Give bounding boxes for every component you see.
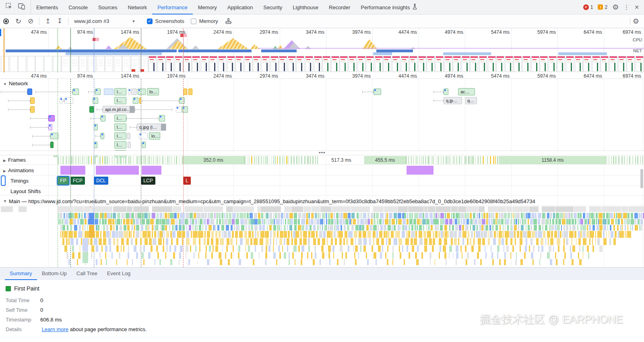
flame-event[interactable] xyxy=(136,252,138,259)
flame-event[interactable] xyxy=(308,238,310,245)
screenshot-thumbnail[interactable] xyxy=(62,56,70,72)
flame-event[interactable] xyxy=(108,238,111,245)
screenshot-thumbnail[interactable] xyxy=(514,56,522,72)
flame-event[interactable] xyxy=(640,219,643,225)
flame-event[interactable] xyxy=(74,231,77,238)
flame-event[interactable] xyxy=(136,219,139,225)
flame-event[interactable] xyxy=(366,252,367,259)
flame-event[interactable] xyxy=(599,245,602,252)
flame-event[interactable] xyxy=(270,231,272,238)
flame-event[interactable] xyxy=(149,225,150,231)
tab-recorder[interactable]: Recorder xyxy=(324,0,355,14)
flame-event[interactable] xyxy=(622,225,623,231)
flame-event[interactable] xyxy=(562,231,563,238)
flame-event[interactable] xyxy=(417,225,418,231)
flame-event[interactable] xyxy=(545,213,546,218)
flame-event[interactable] xyxy=(373,225,376,231)
flame-task[interactable] xyxy=(1,206,13,212)
flame-event[interactable] xyxy=(235,231,238,238)
flame-task[interactable] xyxy=(57,206,73,212)
flame-event[interactable] xyxy=(407,213,408,218)
network-request[interactable] xyxy=(188,89,192,95)
flame-event[interactable] xyxy=(66,238,68,245)
flame-task[interactable] xyxy=(589,206,601,212)
kebab-menu-icon[interactable]: ⋮ xyxy=(623,4,630,10)
flame-event[interactable] xyxy=(398,219,402,225)
flame-event[interactable] xyxy=(477,252,479,259)
flame-event[interactable] xyxy=(172,231,175,238)
flame-event[interactable] xyxy=(228,219,231,225)
expand-arrow-icon[interactable]: ▶ xyxy=(3,169,6,173)
flame-event[interactable] xyxy=(631,213,634,218)
animation-bar[interactable] xyxy=(60,166,85,175)
flame-event[interactable] xyxy=(449,245,452,252)
screenshot-thumbnail[interactable] xyxy=(349,56,357,72)
flame-event[interactable] xyxy=(431,225,433,231)
flame-event[interactable] xyxy=(516,213,517,218)
flame-event[interactable] xyxy=(459,213,460,218)
flame-event[interactable] xyxy=(547,252,549,259)
screenshot-thumbnail[interactable] xyxy=(53,56,61,72)
network-request[interactable]: l… xyxy=(114,88,126,95)
flame-event[interactable] xyxy=(439,252,440,259)
flame-event[interactable] xyxy=(138,213,141,218)
flame-event[interactable] xyxy=(531,252,533,259)
flame-event[interactable] xyxy=(545,238,546,245)
flame-event[interactable] xyxy=(445,219,449,225)
flame-event[interactable] xyxy=(324,225,325,231)
flame-event[interactable] xyxy=(83,231,83,238)
flame-event[interactable] xyxy=(277,231,279,238)
flame-event[interactable] xyxy=(219,231,221,238)
flame-event[interactable] xyxy=(294,238,297,245)
flame-event[interactable] xyxy=(528,225,530,231)
flame-event[interactable] xyxy=(100,213,102,218)
flame-event[interactable] xyxy=(136,231,139,238)
flame-event[interactable] xyxy=(202,225,204,231)
flame-event[interactable] xyxy=(489,225,491,231)
flame-event[interactable] xyxy=(211,231,214,238)
flame-event[interactable] xyxy=(273,252,276,259)
screenshot-thumbnail[interactable] xyxy=(479,56,487,72)
flame-event[interactable] xyxy=(564,213,564,218)
flame-event[interactable] xyxy=(135,213,138,218)
network-request[interactable] xyxy=(94,124,98,130)
frame-bar[interactable] xyxy=(258,156,259,164)
screenshot-thumbnail[interactable] xyxy=(27,56,35,72)
flame-event[interactable] xyxy=(64,245,67,252)
flame-event[interactable] xyxy=(578,238,581,245)
flame-event[interactable] xyxy=(116,245,119,252)
flame-event[interactable] xyxy=(459,225,461,231)
reload-record-icon[interactable]: ↻ xyxy=(15,18,21,25)
flame-event[interactable] xyxy=(231,252,232,259)
network-request[interactable] xyxy=(48,115,55,122)
flame-event[interactable] xyxy=(607,225,608,231)
flame-event[interactable] xyxy=(481,225,483,231)
flame-event[interactable] xyxy=(435,259,436,265)
tab-sources[interactable]: Sources xyxy=(93,0,123,14)
flame-event[interactable] xyxy=(150,219,153,225)
flame-event[interactable] xyxy=(109,245,111,252)
flame-task[interactable] xyxy=(133,206,149,212)
flame-event[interactable] xyxy=(497,252,498,259)
flame-event[interactable] xyxy=(495,213,498,218)
flame-event[interactable] xyxy=(308,231,310,238)
frame-bar[interactable] xyxy=(284,156,285,164)
flame-event[interactable] xyxy=(277,213,281,218)
flame-event[interactable] xyxy=(278,245,280,252)
flame-event[interactable] xyxy=(354,231,357,238)
flame-event[interactable] xyxy=(149,238,152,245)
flame-event[interactable] xyxy=(456,259,457,265)
flame-event[interactable] xyxy=(223,245,223,252)
flame-event[interactable] xyxy=(318,238,320,245)
screenshot-thumbnail[interactable] xyxy=(296,56,304,72)
flame-event[interactable] xyxy=(254,238,257,245)
flame-event[interactable] xyxy=(592,245,594,252)
flame-event[interactable] xyxy=(536,238,539,245)
flame-event[interactable] xyxy=(443,231,444,238)
flame-event[interactable] xyxy=(248,225,250,231)
flame-event[interactable] xyxy=(105,252,107,259)
flame-event[interactable] xyxy=(591,213,594,218)
flame-event[interactable] xyxy=(169,219,171,225)
device-toolbar-icon[interactable] xyxy=(18,3,25,11)
flame-event[interactable] xyxy=(288,231,290,238)
